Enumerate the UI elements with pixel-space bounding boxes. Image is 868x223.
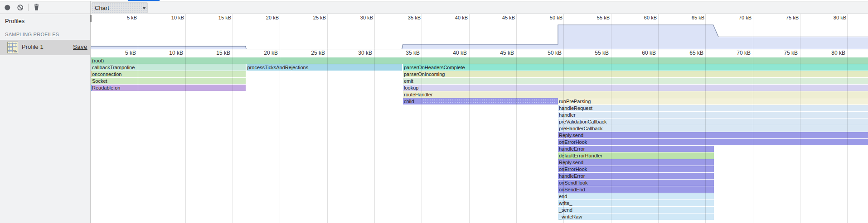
svg-text:%: % [13, 49, 17, 53]
